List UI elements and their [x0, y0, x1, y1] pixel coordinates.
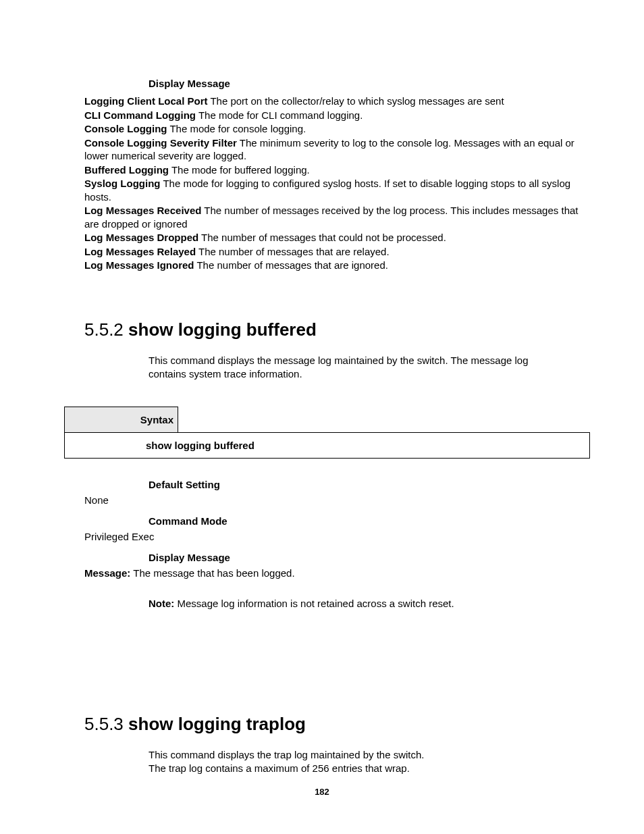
def-row: Log Messages Relayed The number of messa…: [84, 245, 580, 259]
syntax-command-cell: show logging buffered: [65, 433, 590, 459]
message-desc: The message that has been logged.: [130, 567, 294, 579]
command-mode-value: Privileged Exec: [84, 531, 580, 542]
def-row: Console Logging Severity Filter The mini…: [84, 136, 580, 163]
page-number: 182: [0, 787, 644, 797]
def-term: Buffered Logging: [84, 164, 169, 176]
definition-list: Logging Client Local Port The port on th…: [84, 95, 580, 272]
display-message-header-1: Display Message: [149, 78, 580, 89]
def-row: Syslog Logging The mode for logging to c…: [84, 177, 580, 203]
def-term: Log Messages Relayed: [84, 246, 196, 257]
def-desc: The number of messages that could not be…: [198, 232, 446, 243]
section-heading-552: 5.5.2 show logging buffered: [84, 319, 580, 340]
section-intro-553: This command displays the trap log maint…: [149, 748, 566, 776]
def-desc: The number of messages that are relayed.: [196, 246, 390, 257]
note-desc: Message log information is not retained …: [174, 598, 454, 609]
def-term: Console Logging Severity Filter: [84, 137, 237, 149]
note-line: Note: Message log information is not ret…: [149, 598, 580, 609]
def-term: Syslog Logging: [84, 178, 161, 189]
command-mode-label: Command Mode: [149, 515, 580, 527]
def-desc: The mode for buffered logging.: [169, 164, 310, 176]
section-number: 5.5.3: [84, 714, 128, 734]
display-message-label-2: Display Message: [149, 552, 580, 563]
def-desc: The port on the collector/relay to which…: [208, 95, 504, 107]
section-title: show logging traplog: [128, 714, 306, 734]
default-setting-block: Default Setting None: [84, 479, 580, 506]
def-row: Log Messages Ignored The number of messa…: [84, 259, 580, 272]
def-row: Buffered Logging The mode for buffered l…: [84, 163, 580, 177]
section-heading-553: 5.5.3 show logging traplog: [84, 714, 580, 735]
syntax-box: Syntax show logging buffered: [64, 407, 590, 459]
section-title: show logging buffered: [128, 319, 317, 340]
intro-line-1: This command displays the trap log maint…: [149, 748, 566, 762]
def-term: Log Messages Dropped: [84, 232, 198, 243]
def-row: Log Messages Dropped The number of messa…: [84, 231, 580, 244]
def-term: Log Messages Received: [84, 205, 201, 216]
def-term: Console Logging: [84, 123, 167, 134]
def-row: Logging Client Local Port The port on th…: [84, 95, 580, 108]
note-term: Note:: [149, 598, 174, 609]
command-mode-block: Command Mode Privileged Exec: [84, 515, 580, 542]
def-term: CLI Command Logging: [84, 109, 196, 121]
display-message-value: Message: The message that has been logge…: [84, 567, 580, 579]
spacer-cell: [178, 407, 590, 433]
section-intro-552: This command displays the message log ma…: [149, 354, 566, 382]
default-setting-label: Default Setting: [149, 479, 580, 490]
intro-line-2: The trap log contains a maximum of 256 e…: [149, 762, 566, 775]
def-term: Log Messages Ignored: [84, 259, 194, 271]
def-desc: The mode for console logging.: [167, 123, 306, 134]
def-term: Logging Client Local Port: [84, 95, 208, 107]
def-row: Log Messages Received The number of mess…: [84, 204, 580, 230]
display-message-block-2: Display Message Message: The message tha…: [84, 552, 580, 579]
def-desc: The number of messages that are ignored.: [194, 259, 388, 271]
def-desc: The mode for CLI command logging.: [196, 109, 363, 121]
def-row: CLI Command Logging The mode for CLI com…: [84, 109, 580, 122]
syntax-label-cell: Syntax: [65, 407, 178, 433]
message-term: Message:: [84, 567, 130, 579]
default-setting-value: None: [84, 494, 580, 506]
def-row: Console Logging The mode for console log…: [84, 122, 580, 136]
section-number: 5.5.2: [84, 319, 128, 340]
